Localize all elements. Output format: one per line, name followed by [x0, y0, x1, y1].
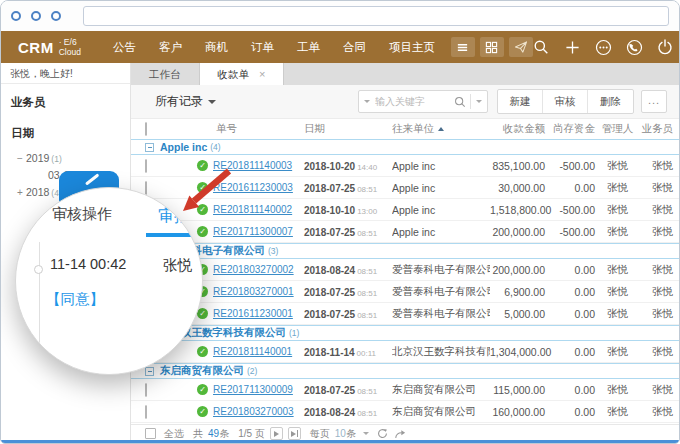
window-control-dot[interactable] — [51, 11, 61, 21]
collapse-group-icon[interactable] — [145, 367, 154, 376]
search-field-chevron-icon[interactable] — [364, 100, 370, 103]
column-header[interactable]: 尚存资金 — [545, 122, 595, 136]
group-row[interactable]: Apple inc(4) — [131, 139, 679, 155]
phone-icon[interactable] — [626, 39, 643, 56]
partner-cell: Apple inc — [392, 160, 490, 172]
row-checkbox-cell — [131, 406, 169, 418]
row-checkbox[interactable] — [145, 159, 147, 173]
user-greeting: 张悦，晚上好! — [1, 63, 130, 84]
per-page-chevron-icon[interactable] — [363, 432, 369, 435]
remaining-cell: 0.00 — [545, 308, 595, 320]
column-header[interactable]: 单号 — [169, 122, 304, 136]
nav-item[interactable]: 项目主页 — [389, 40, 435, 55]
row-checkbox[interactable] — [145, 383, 147, 397]
manager-cell: 张悦 — [595, 405, 640, 419]
column-header[interactable]: 管理人 — [595, 122, 640, 136]
address-bar[interactable] — [83, 6, 669, 26]
date-value: 2018-10-10 — [304, 205, 355, 216]
grid-view-button[interactable] — [480, 37, 504, 57]
next-page-button[interactable] — [270, 427, 283, 440]
nav-item[interactable]: 客户 — [159, 40, 182, 55]
time-value: 08:51 — [357, 409, 377, 418]
search-input[interactable] — [375, 96, 450, 107]
date-cell: 2018-07-2508:51 — [304, 226, 392, 238]
tab-active[interactable]: 收款单× — [200, 63, 285, 85]
document-link[interactable]: RE201803270002 — [213, 264, 294, 275]
collapse-group-icon[interactable] — [145, 143, 154, 152]
amount-cell: 835,100.00 — [490, 160, 545, 172]
column-header-label: 往来单位 — [392, 122, 434, 136]
time-value: 00:11 — [357, 349, 376, 358]
record-filter-dropdown[interactable]: 所有记录 — [155, 93, 216, 110]
tree-expander[interactable]: + — [17, 185, 26, 201]
document-link[interactable]: RE201711300007 — [213, 226, 293, 237]
remaining-cell: 0.00 — [545, 286, 595, 298]
row-checkbox[interactable] — [145, 181, 147, 195]
more-actions-button[interactable]: ... — [641, 90, 667, 113]
amount-cell: 200,000.00 — [490, 264, 545, 276]
row-checkbox[interactable] — [145, 405, 147, 419]
nav-item[interactable]: 工单 — [297, 40, 320, 55]
document-link[interactable]: RE201711300009 — [213, 384, 293, 395]
add-icon[interactable] — [564, 39, 581, 56]
tab-label: 收款单 — [218, 63, 250, 85]
column-header[interactable]: 日期 — [304, 122, 392, 136]
manager-cell: 张悦 — [595, 225, 640, 239]
list-view-button[interactable] — [451, 37, 475, 57]
column-header[interactable]: 往来单位 — [392, 122, 490, 136]
magnifier-tab-audit-actions[interactable]: 审核操作 — [52, 205, 112, 224]
more-circle-icon[interactable] — [595, 39, 612, 56]
action-button[interactable]: 删除 — [588, 90, 633, 113]
refresh-icon[interactable] — [376, 427, 389, 440]
tab-close-icon[interactable]: × — [259, 69, 265, 80]
salesperson-cell: 张悦 — [640, 263, 679, 277]
group-row[interactable]: 北京汉王数字科技有限公司(1) — [131, 325, 679, 341]
partner-cell: 爱普泰科电子有限公司 — [392, 263, 490, 277]
date-tree-item[interactable]: −2019(1) — [11, 150, 120, 167]
search-icon[interactable] — [533, 39, 550, 56]
window-control-dot[interactable] — [11, 11, 21, 21]
document-link[interactable]: RE201611230001 — [213, 308, 293, 319]
action-button[interactable]: 审核 — [543, 90, 588, 113]
date-cell: 2018-07-2508:51 — [304, 384, 392, 396]
amount-cell: 30,000.00 — [490, 182, 545, 194]
group-count: (4) — [210, 142, 220, 152]
tree-expander[interactable]: − — [17, 151, 26, 167]
document-link[interactable]: RE201803270001 — [213, 286, 294, 297]
date-value: 2018-11-14 — [304, 347, 355, 358]
action-button[interactable]: 新建 — [498, 90, 543, 113]
power-icon[interactable] — [657, 39, 674, 56]
remaining-cell: 0.00 — [545, 182, 595, 194]
nav-item[interactable]: 订单 — [251, 40, 274, 55]
column-header[interactable]: 收款金额 — [490, 122, 545, 136]
group-row[interactable]: 东启商贸有限公司(2) — [131, 363, 679, 379]
filter-section-date[interactable]: 日期 — [11, 126, 120, 141]
document-link[interactable]: RE201803270003 — [213, 406, 294, 417]
approved-check-icon: ✓ — [197, 346, 208, 357]
amount-cell: 1,518,800.00 — [490, 204, 545, 216]
search-options-chevron-icon[interactable] — [476, 100, 482, 103]
header-checkbox[interactable] — [145, 122, 147, 136]
salesperson-cell: 张悦 — [640, 203, 679, 217]
record-filter-label: 所有记录 — [155, 93, 203, 110]
tab-label: 工作台 — [149, 63, 181, 85]
date-value: 2018-07-25 — [304, 287, 355, 298]
date-cell: 2018-11-1400:11 — [304, 346, 392, 358]
nav-item[interactable]: 合同 — [343, 40, 366, 55]
nav-item[interactable]: 商机 — [205, 40, 228, 55]
group-row[interactable]: 爱普泰科电子有限公司(3) — [131, 243, 679, 259]
document-link[interactable]: RE201811140001 — [213, 346, 292, 357]
filter-section-salesperson[interactable]: 业务员 — [11, 95, 120, 110]
send-button[interactable] — [509, 37, 533, 57]
last-page-button[interactable] — [288, 427, 301, 440]
view-toggle-group — [451, 37, 533, 57]
window-control-dot[interactable] — [31, 11, 41, 21]
select-all-checkbox[interactable] — [145, 428, 156, 439]
search-magnifier-icon[interactable] — [454, 96, 466, 108]
time-value: 08:51 — [357, 311, 377, 320]
nav-item[interactable]: 公告 — [113, 40, 136, 55]
share-icon[interactable] — [394, 427, 407, 440]
tab-inactive[interactable]: 工作台 — [131, 63, 200, 85]
column-header[interactable]: 业务员 — [640, 122, 679, 136]
manager-cell: 张悦 — [595, 181, 640, 195]
